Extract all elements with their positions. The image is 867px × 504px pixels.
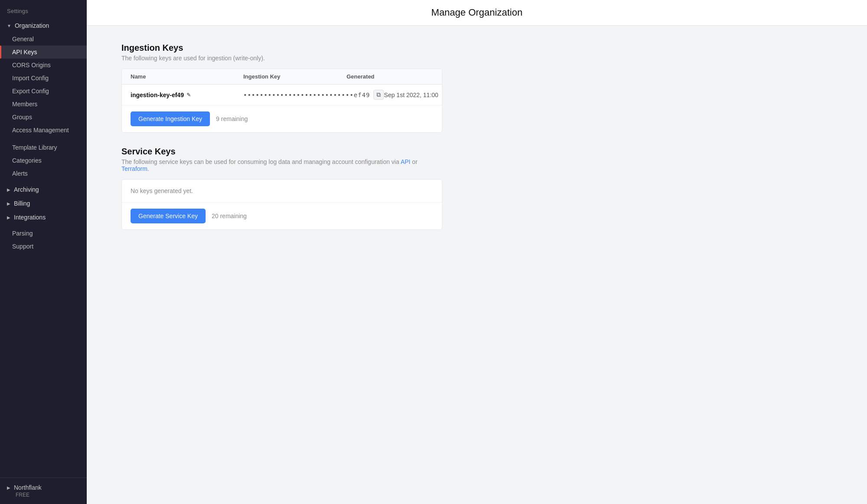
sidebar-item-export-config[interactable]: Export Config xyxy=(0,85,87,98)
service-keys-subtitle: The following service keys can be used f… xyxy=(121,158,442,172)
archiving-chevron-icon: ▶ xyxy=(7,187,10,192)
integrations-chevron-icon: ▶ xyxy=(7,215,10,220)
edit-icon[interactable]: ✎ xyxy=(186,92,191,98)
service-keys-section: Service Keys The following service keys … xyxy=(121,147,442,230)
sidebar-item-api-keys[interactable]: API Keys xyxy=(0,46,87,59)
settings-label: Settings xyxy=(0,0,87,19)
no-keys-message: No keys generated yet. xyxy=(122,180,442,203)
sidebar-item-support[interactable]: Support xyxy=(0,240,87,253)
service-keys-title: Service Keys xyxy=(121,147,442,157)
billing-chevron-icon: ▶ xyxy=(7,201,10,206)
col-name: Name xyxy=(131,73,243,80)
archiving-section[interactable]: ▶ Archiving xyxy=(0,183,87,196)
sidebar-item-general[interactable]: General xyxy=(0,33,87,46)
org-name[interactable]: ▶ Northflank xyxy=(7,484,80,491)
sidebar-item-groups[interactable]: Groups xyxy=(0,111,87,124)
billing-section[interactable]: ▶ Billing xyxy=(0,196,87,210)
table-row: ingestion-key-ef49 ✎ •••••••••••••••••••… xyxy=(122,85,442,105)
service-keys-card: No keys generated yet. Generate Service … xyxy=(121,179,442,230)
sidebar-item-categories[interactable]: Categories xyxy=(0,154,87,167)
ingestion-keys-card: Name Ingestion Key Generated ingestion-k… xyxy=(121,69,442,133)
ingestion-card-footer: Generate Ingestion Key 9 remaining xyxy=(122,105,442,132)
ingestion-keys-subtitle: The following keys are used for ingestio… xyxy=(121,55,442,62)
sidebar: Settings ▼ Organization General API Keys… xyxy=(0,0,87,504)
main-header: Manage Organization xyxy=(87,0,867,26)
ingestion-remaining: 9 remaining xyxy=(216,115,248,122)
ingestion-keys-title: Ingestion Keys xyxy=(121,43,442,53)
sidebar-item-members[interactable]: Members xyxy=(0,98,87,111)
ingestion-key-generated: Sep 1st 2022, 11:00 xyxy=(384,92,442,98)
integrations-section[interactable]: ▶ Integrations xyxy=(0,210,87,224)
terraform-link[interactable]: Terraform xyxy=(121,165,147,172)
ingestion-table-header: Name Ingestion Key Generated xyxy=(122,69,442,85)
sidebar-item-cors-origins[interactable]: CORS Origins xyxy=(0,59,87,72)
api-link[interactable]: API xyxy=(401,158,411,165)
service-remaining: 20 remaining xyxy=(212,213,247,219)
sidebar-bottom: ▶ Northflank FREE xyxy=(0,478,87,504)
sidebar-item-template-library[interactable]: Template Library xyxy=(0,141,87,154)
main-content-area: Manage Organization Ingestion Keys The f… xyxy=(87,0,867,504)
ingestion-keys-section: Ingestion Keys The following keys are us… xyxy=(121,43,442,133)
copy-key-button[interactable]: ⧉ xyxy=(373,90,384,100)
ingestion-key-value: •••••••••••••••••••••••••••ef49 ⧉ xyxy=(243,90,384,100)
col-generated: Generated xyxy=(347,73,433,80)
org-tier: FREE xyxy=(7,492,80,498)
generate-ingestion-key-button[interactable]: Generate Ingestion Key xyxy=(131,111,210,126)
sidebar-item-parsing[interactable]: Parsing xyxy=(0,227,87,240)
org-chevron-icon: ▶ xyxy=(7,485,10,490)
organization-section[interactable]: ▼ Organization xyxy=(0,19,87,33)
sidebar-item-import-config[interactable]: Import Config xyxy=(0,72,87,85)
sidebar-item-alerts[interactable]: Alerts xyxy=(0,167,87,180)
content-body: Ingestion Keys The following keys are us… xyxy=(87,26,477,261)
page-title: Manage Organization xyxy=(101,7,853,18)
sidebar-item-access-management[interactable]: Access Management xyxy=(0,124,87,137)
service-card-footer: Generate Service Key 20 remaining xyxy=(122,203,442,229)
organization-label: Organization xyxy=(15,22,49,29)
col-key: Ingestion Key xyxy=(243,73,347,80)
generate-service-key-button[interactable]: Generate Service Key xyxy=(131,209,206,223)
organization-chevron-icon: ▼ xyxy=(7,23,11,28)
ingestion-key-name: ingestion-key-ef49 ✎ xyxy=(131,92,243,98)
